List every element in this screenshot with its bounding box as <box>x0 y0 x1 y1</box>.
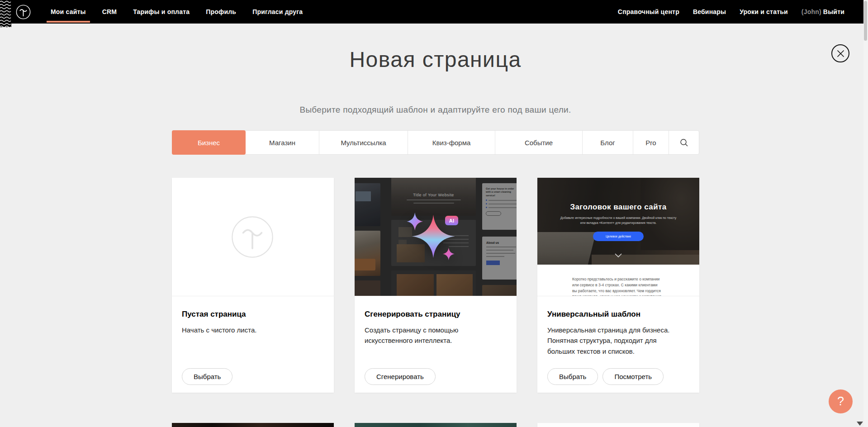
card-description: Создать страницу с помощью искусственног… <box>365 325 500 346</box>
choose-button[interactable]: Выбрать <box>547 368 598 385</box>
mock-hero-title: Заголовок вашего сайта <box>570 203 666 212</box>
top-nav: Мои сайты CRM Тарифы и оплата Профиль Пр… <box>0 0 868 24</box>
tab-event[interactable]: Событие <box>495 131 583 154</box>
tab-business[interactable]: Бизнес <box>172 130 246 155</box>
close-button[interactable] <box>831 44 849 62</box>
tab-store[interactable]: Магазин <box>246 131 319 154</box>
tab-pro[interactable]: Pro <box>633 131 669 154</box>
ai-badge: AI <box>445 216 458 225</box>
tilda-watermark-icon <box>231 216 274 258</box>
page-title: Новая страница <box>171 47 700 72</box>
nav-item-help-center[interactable]: Справочный центр <box>618 8 679 15</box>
template-card-partial[interactable] <box>355 423 517 427</box>
close-icon <box>837 50 844 57</box>
tab-quiz-form[interactable]: Квиз-форма <box>408 131 495 154</box>
ai-sparkle-icon <box>355 178 517 296</box>
tab-blog[interactable]: Блог <box>583 131 633 154</box>
card-description: Начать с чистого листа. <box>182 325 318 335</box>
template-cards-row-2 <box>172 423 699 427</box>
template-cards-row: Пустая страница Начать с чистого листа. … <box>172 178 699 393</box>
nav-main-menu: Мои сайты CRM Тарифы и оплата Профиль Пр… <box>51 8 303 15</box>
nav-item-my-sites[interactable]: Мои сайты <box>51 8 86 15</box>
nav-help-menu: Справочный центр Вебинары Уроки и статьи… <box>618 8 844 15</box>
help-button[interactable]: ? <box>829 389 853 413</box>
card-description: Универсальная страница для бизнеса. Поня… <box>547 325 683 356</box>
template-card-universal[interactable]: Заголовок вашего сайта Добавьте интересн… <box>537 178 699 393</box>
template-category-tabs: Бизнес Магазин Мультиссылка Квиз-форма С… <box>172 130 699 155</box>
mock-hero-subtitle: Добавьте интересные подробности о вашей … <box>558 216 679 226</box>
generate-button[interactable]: Сгенерировать <box>365 368 436 385</box>
ai-generate-preview: Title of Your Website Get your house in … <box>355 178 517 296</box>
blank-page-preview <box>172 178 334 296</box>
card-title: Сгенерировать страницу <box>365 310 507 319</box>
universal-template-preview: Заголовок вашего сайта Добавьте интересн… <box>537 178 699 296</box>
mock-cta-button: Целевое действие <box>593 232 644 241</box>
page-subtitle: Выберите подходящий шаблон и адаптируйте… <box>171 105 700 115</box>
card-title: Пустая страница <box>182 310 324 319</box>
logout-label: Выйти <box>823 8 844 15</box>
mock-hero-section: Заголовок вашего сайта Добавьте интересн… <box>537 178 699 265</box>
template-card-partial[interactable] <box>537 423 699 427</box>
card-title: Универсальный шаблон <box>547 310 689 319</box>
tilda-logo[interactable] <box>16 5 31 19</box>
user-name: (John) <box>802 8 821 15</box>
view-button[interactable]: Посмотреть <box>602 368 664 385</box>
nav-item-webinars[interactable]: Вебинары <box>693 8 726 15</box>
tab-search[interactable] <box>669 131 699 154</box>
nav-item-invite-friend[interactable]: Пригласи друга <box>252 8 303 15</box>
scrollbar-track[interactable] <box>863 0 868 427</box>
nav-item-logout[interactable]: (John) Выйти <box>802 8 844 15</box>
wave-pattern-decoration <box>0 0 11 27</box>
mock-body-text: Коротко представьтесь и расскажите о ком… <box>572 276 663 296</box>
search-icon <box>680 138 688 147</box>
nav-item-lessons[interactable]: Уроки и статьи <box>740 8 788 15</box>
nav-item-crm[interactable]: CRM <box>102 8 117 15</box>
nav-item-tariffs[interactable]: Тарифы и оплата <box>133 8 190 15</box>
template-card-blank-page[interactable]: Пустая страница Начать с чистого листа. … <box>172 178 334 393</box>
template-card-ai-generate[interactable]: Title of Your Website Get your house in … <box>355 178 517 393</box>
nav-item-profile[interactable]: Профиль <box>206 8 236 15</box>
template-card-partial[interactable] <box>172 423 334 427</box>
chevron-down-icon <box>615 251 622 259</box>
choose-button[interactable]: Выбрать <box>182 368 232 385</box>
tab-multilink[interactable]: Мультиссылка <box>319 131 408 154</box>
scroll-down-arrow-icon[interactable] <box>857 422 863 426</box>
scrollbar-thumb[interactable] <box>864 1 867 41</box>
